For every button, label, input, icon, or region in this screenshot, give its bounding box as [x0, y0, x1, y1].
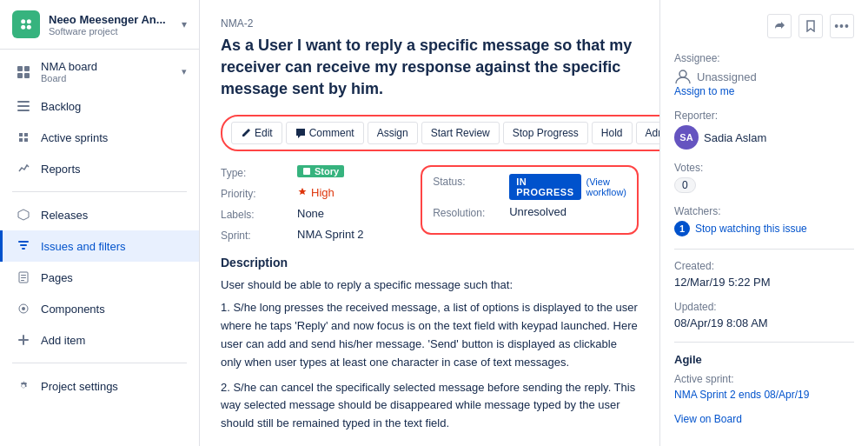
priority-label: Priority:	[221, 186, 290, 200]
svg-rect-12	[20, 244, 27, 246]
description-point1: 1. S/he long presses the received messag…	[221, 299, 639, 371]
sidebar-item-reports[interactable]: Reports	[0, 153, 199, 184]
sprint-link[interactable]: NMA Sprint 2 ends 08/Apr/19	[674, 389, 809, 401]
sidebar-item-issues-filters[interactable]: Issues and filters	[0, 230, 199, 262]
main-content: NMA-2 As a User I want to reply a specif…	[200, 0, 659, 446]
sidebar-item-nma-board[interactable]: NMA board Board ▾	[0, 53, 199, 90]
story-text: Story	[315, 166, 339, 176]
assign-button[interactable]: Assign	[368, 122, 418, 144]
updated-value: 08/Apr/19 8:08 AM	[674, 316, 854, 330]
edit-label: Edit	[255, 127, 273, 139]
sidebar-item-label: Reports	[41, 163, 187, 176]
issue-title: As a User I want to reply a specific mes…	[221, 35, 639, 101]
bookmark-button[interactable]	[798, 14, 823, 38]
assign-me-link[interactable]: Assign to me	[674, 85, 854, 97]
sidebar-item-add-item[interactable]: Add item	[0, 324, 199, 356]
svg-rect-22	[303, 168, 310, 175]
sprint-value: NMA Sprint 2	[297, 228, 364, 241]
issue-toolbar: Edit Comment Assign Start Review Stop Pr…	[221, 115, 659, 151]
svg-rect-9	[17, 105, 30, 107]
sidebar-item-project-settings[interactable]: Project settings	[0, 370, 199, 402]
stop-watching-link[interactable]: Stop watching this issue	[695, 223, 807, 235]
agile-title: Agile	[674, 353, 854, 366]
project-selector[interactable]: Neeo Meesenger An... Software project ▾	[0, 0, 199, 50]
sidebar-item-label: Active sprints	[41, 131, 187, 144]
edit-button[interactable]: Edit	[231, 122, 282, 144]
assignee-field: Assignee: Unassigned Assign to me	[674, 52, 854, 97]
left-fields: Type: Story Priority: High Labels: None	[221, 165, 400, 249]
sidebar-item-label: Releases	[41, 209, 187, 222]
resolution-value: Unresolved	[509, 205, 567, 218]
created-value: 12/Mar/19 5:22 PM	[674, 276, 854, 289]
status-label: Status:	[433, 174, 502, 188]
assignee-name: Unassigned	[697, 70, 757, 83]
chevron-icon: ▾	[182, 66, 187, 77]
more-button[interactable]: •••	[830, 14, 854, 38]
description-title: Description	[221, 256, 639, 270]
updated-label: Updated:	[674, 301, 854, 313]
admin-label: Admin ▾	[646, 127, 660, 139]
project-chevron-icon: ▾	[182, 18, 187, 30]
hold-button[interactable]: Hold	[592, 122, 633, 144]
view-workflow-link[interactable]: (View workflow)	[586, 176, 626, 197]
svg-rect-5	[24, 66, 30, 71]
comment-button[interactable]: Comment	[286, 122, 364, 144]
sidebar-item-label: Backlog	[41, 100, 187, 113]
active-sprint-label: Active sprint:	[674, 373, 854, 385]
labels-row: Labels: None	[221, 207, 400, 221]
watcher-count: 1	[674, 221, 690, 236]
reporter-avatar: SA	[674, 125, 699, 150]
svg-point-1	[27, 19, 31, 23]
svg-rect-16	[21, 277, 26, 278]
priority-value: High	[297, 186, 335, 199]
created-field: Created: 12/Mar/19 5:22 PM	[674, 260, 854, 289]
releases-icon	[15, 206, 32, 223]
vote-count[interactable]: 0	[674, 177, 696, 193]
sprints-icon	[15, 129, 32, 146]
right-fields: Status: IN PROGRESS (View workflow) Reso…	[421, 165, 639, 249]
votes-label: Votes:	[674, 162, 854, 174]
sidebar-nav: NMA board Board ▾ Backlog Active sprints…	[0, 50, 199, 405]
issue-fields: Type: Story Priority: High Labels: None	[221, 165, 639, 249]
hold-label: Hold	[601, 127, 623, 139]
resolution-row: Resolution: Unresolved	[433, 205, 626, 219]
sidebar-item-label: Project settings	[41, 380, 187, 393]
svg-rect-8	[17, 101, 30, 103]
svg-rect-4	[17, 66, 23, 71]
description-intro: User should be able to reply a specific …	[221, 276, 639, 295]
pages-icon	[15, 269, 32, 286]
sidebar-item-label: Pages	[41, 271, 187, 284]
share-button[interactable]	[767, 14, 792, 38]
sidebar-divider	[12, 191, 187, 192]
active-sprint-field: Active sprint: NMA Sprint 2 ends 08/Apr/…	[674, 373, 854, 401]
status-value: IN PROGRESS (View workflow)	[509, 174, 626, 200]
sidebar-item-components[interactable]: Components	[0, 293, 199, 324]
status-area: Status: IN PROGRESS (View workflow) Reso…	[421, 165, 639, 235]
sidebar-sub-label: Board	[41, 73, 182, 83]
start-review-label: Start Review	[431, 127, 490, 139]
sidebar-item-label: Issues and filters	[41, 240, 187, 253]
admin-button[interactable]: Admin ▾	[636, 122, 660, 144]
view-on-board-link[interactable]: View on Board	[674, 413, 854, 425]
right-panel-header: •••	[674, 14, 854, 38]
svg-rect-10	[17, 110, 30, 111]
filter-icon	[15, 237, 32, 255]
svg-rect-6	[17, 73, 23, 78]
labels-value: None	[297, 207, 324, 220]
sprint-label: Sprint:	[221, 228, 290, 242]
start-review-button[interactable]: Start Review	[421, 122, 500, 144]
reports-icon	[15, 160, 32, 177]
sidebar-item-releases[interactable]: Releases	[0, 199, 199, 230]
sidebar-item-backlog[interactable]: Backlog	[0, 90, 199, 122]
sprint-row: Sprint: NMA Sprint 2	[221, 228, 400, 242]
sidebar-divider-2	[12, 363, 187, 363]
watchers-field: Watchers: 1 Stop watching this issue	[674, 205, 854, 236]
sidebar-item-active-sprints[interactable]: Active sprints	[0, 122, 199, 153]
updated-field: Updated: 08/Apr/19 8:08 AM	[674, 301, 854, 330]
reporter-label: Reporter:	[674, 110, 854, 122]
sidebar-item-pages[interactable]: Pages	[0, 262, 199, 293]
story-badge: Story	[297, 165, 344, 177]
unassigned-icon	[674, 68, 692, 85]
project-info: Neeo Meesenger An... Software project	[49, 13, 182, 37]
stop-progress-button[interactable]: Stop Progress	[503, 122, 588, 144]
